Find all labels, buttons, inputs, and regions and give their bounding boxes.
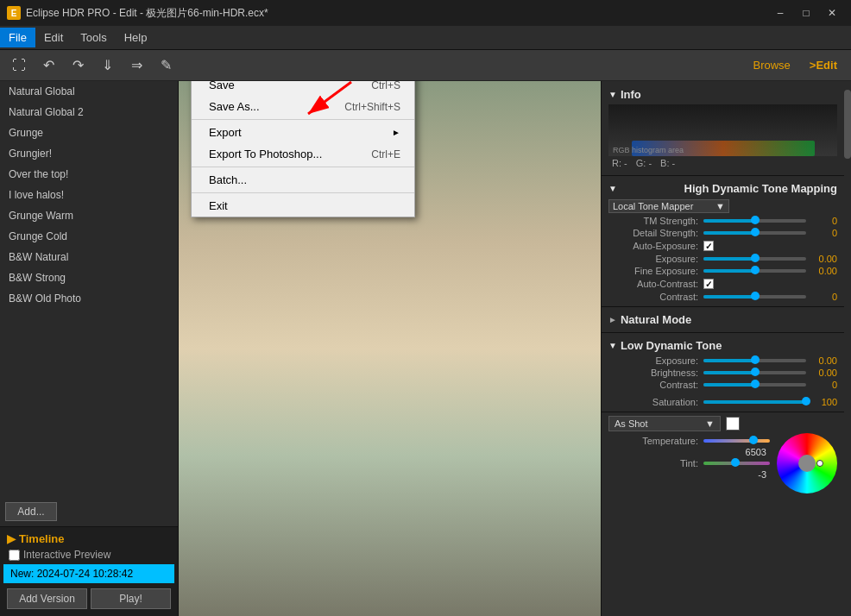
play-button[interactable]: Play! (91, 588, 171, 609)
tone-mapper-value: Local Tone Mapper (613, 201, 693, 211)
undo-icon[interactable]: ↶ (36, 53, 60, 78)
auto-contrast-checkbox[interactable]: ✓ (703, 279, 714, 289)
contrast-label: Contrast: (608, 292, 703, 302)
temperature-label: Temperature: (608, 436, 703, 446)
hdr-collapse-icon[interactable]: ▼ (608, 184, 617, 193)
tm-strength-slider[interactable] (703, 219, 806, 223)
titlebar: E Eclipse HDR PRO - Edit - 极光图片66-min-HD… (0, 0, 851, 26)
ld-exposure-value: 0.00 (806, 355, 837, 366)
redo-icon[interactable]: ↷ (66, 53, 90, 78)
menu-save[interactable]: Save Ctrl+S (192, 81, 414, 96)
as-shot-arrow-icon: ▼ (705, 418, 715, 429)
main-content: Natural Global Natural Global 2 Grunge G… (0, 81, 851, 616)
list-item[interactable]: Natural Global 2 (0, 102, 178, 123)
temperature-row: Temperature: (608, 435, 770, 447)
pen-icon[interactable]: ✎ (154, 53, 178, 78)
ld-exposure-slider[interactable] (703, 359, 806, 362)
add-version-button[interactable]: Add Version (7, 588, 87, 609)
info-section: ▼ Info RGB histogram area R: - G: - B: - (602, 81, 844, 176)
natural-expand-icon: ► (608, 315, 617, 324)
ld-saturation-label: Saturation: (608, 397, 703, 407)
interactive-preview-row: Interactive Preview (3, 547, 174, 563)
detail-strength-slider[interactable] (703, 231, 806, 235)
list-item[interactable]: Grunge Warm (0, 205, 178, 226)
tm-strength-label: TM Strength: (608, 216, 703, 226)
maximize-button[interactable]: □ (794, 4, 818, 22)
minimize-button[interactable]: – (768, 4, 792, 22)
list-item[interactable]: Over the top! (0, 164, 178, 185)
hdr-header: ▼ High Dynamic Tone Mapping (608, 179, 837, 198)
color-section: As Shot ▼ Temperature: (602, 412, 844, 497)
tint-value: -3 (608, 469, 770, 480)
scrollbar-thumb[interactable] (844, 90, 851, 159)
temperature-slider[interactable] (703, 439, 770, 443)
menu-file[interactable]: File (0, 28, 35, 47)
download-icon[interactable]: ⇓ (95, 53, 119, 78)
right-scrollbar[interactable] (844, 81, 851, 616)
auto-exposure-checkbox[interactable]: ✓ (703, 241, 714, 251)
fine-exposure-slider[interactable] (703, 269, 806, 273)
close-button[interactable]: ✕ (820, 4, 844, 22)
file-menu-dropdown: Open... Ctrl+O Close Ctrl+W Save Ctrl+S … (191, 81, 415, 217)
menu-save-as[interactable]: Save As... Ctrl+Shift+S (192, 96, 414, 117)
ld-brightness-row: Brightness: 0.00 (608, 367, 837, 379)
exposure-row: Exposure: 0.00 (608, 253, 837, 265)
menu-help[interactable]: Help (116, 28, 156, 47)
contrast-slider[interactable] (703, 295, 806, 299)
auto-contrast-label: Auto-Contrast: (608, 279, 703, 289)
menu-edit[interactable]: Edit (35, 28, 72, 47)
menu-exit-label: Exit (209, 199, 228, 212)
color-wheel[interactable] (777, 433, 837, 493)
menu-batch[interactable]: Batch... (192, 169, 414, 191)
menubar: File Edit Tools Help (0, 26, 851, 50)
interactive-preview-label: Interactive Preview (23, 549, 110, 561)
list-item[interactable]: Grunge Cold (0, 226, 178, 247)
list-item[interactable]: B&W Old Photo (0, 288, 178, 309)
list-item[interactable]: Grunge (0, 123, 178, 143)
detail-strength-value: 0 (806, 228, 837, 238)
as-shot-value: As Shot (615, 418, 648, 429)
timeline-bottom-controls: Add Version Play! (3, 585, 174, 613)
menu-export[interactable]: Export ► (192, 122, 414, 143)
timeline-header: ▶ Timeline (3, 531, 174, 547)
menu-save-as-shortcut: Ctrl+Shift+S (344, 101, 400, 113)
ld-brightness-label: Brightness: (608, 368, 703, 378)
natural-mode-header[interactable]: ► Natural Mode (608, 311, 837, 329)
low-dynamic-section: ▼ Low Dynamic Tone Exposure: 0.00 (602, 333, 844, 412)
hdr-title: High Dynamic Tone Mapping (684, 182, 837, 195)
browse-button[interactable]: Browse (746, 57, 797, 73)
interactive-preview-checkbox[interactable] (9, 550, 20, 561)
ld-contrast-slider[interactable] (703, 383, 806, 387)
info-collapse-icon[interactable]: ▼ (608, 90, 617, 99)
r-value: R: - (612, 158, 627, 168)
menu-export-photoshop[interactable]: Export To Photoshop... Ctrl+E (192, 143, 414, 165)
forward-icon[interactable]: ⇒ (124, 53, 148, 78)
add-preset-button[interactable]: Add... (5, 502, 57, 521)
ld-saturation-slider[interactable] (703, 400, 806, 404)
list-item[interactable]: I love halos! (0, 185, 178, 205)
rgb-info: R: - G: - B: - (608, 156, 837, 170)
list-item[interactable]: B&W Natural (0, 247, 178, 267)
ld-contrast-value: 0 (806, 380, 837, 390)
tint-slider[interactable] (703, 462, 770, 465)
low-dynamic-collapse-icon[interactable]: ▼ (608, 341, 617, 350)
window-title: Eclipse HDR PRO - Edit - 极光图片66-min-HDR.… (26, 6, 768, 21)
tone-mapper-dropdown[interactable]: Local Tone Mapper ▼ (608, 199, 729, 213)
menu-tools[interactable]: Tools (72, 28, 115, 47)
canvas-area: Open... Ctrl+O Close Ctrl+W Save Ctrl+S … (179, 81, 601, 616)
menu-divider-4 (192, 192, 414, 193)
exposure-slider[interactable] (703, 257, 806, 261)
ld-brightness-slider[interactable] (703, 371, 806, 374)
menu-exit[interactable]: Exit (192, 195, 414, 217)
fullscreen-icon[interactable]: ⛶ (7, 53, 31, 78)
edit-button[interactable]: >Edit (803, 57, 844, 73)
detail-strength-row: Detail Strength: 0 (608, 227, 837, 239)
timeline-entry[interactable]: New: 2024-07-24 10:28:42 (3, 564, 174, 583)
ld-brightness-value: 0.00 (806, 368, 837, 378)
list-item[interactable]: B&W Strong (0, 267, 178, 288)
as-shot-dropdown[interactable]: As Shot ▼ (608, 416, 721, 431)
ld-saturation-row: Saturation: 100 (608, 396, 837, 408)
exposure-value: 0.00 (806, 254, 837, 264)
list-item[interactable]: Natural Global (0, 81, 178, 102)
list-item[interactable]: Grungier! (0, 143, 178, 164)
